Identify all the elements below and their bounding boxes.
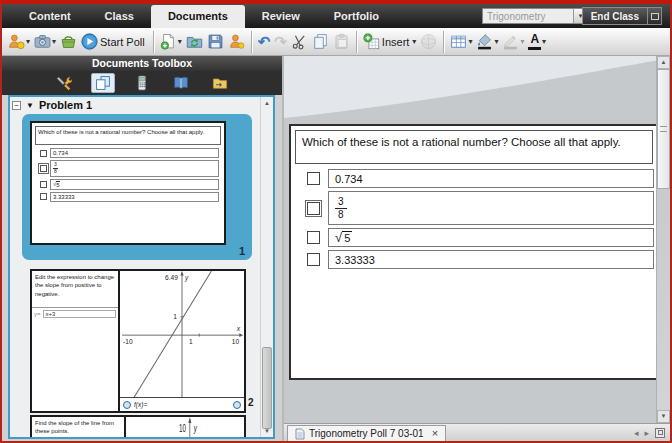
fraction: 3 8	[335, 196, 347, 220]
undo-button[interactable]: ↶	[256, 30, 273, 54]
end-class-button[interactable]: End Class	[582, 7, 648, 25]
mini-checkbox	[40, 165, 47, 172]
tab-class[interactable]: Class	[88, 4, 151, 28]
scroll-up-icon[interactable]: ▲	[657, 56, 670, 69]
line-color-button[interactable]: ▾	[500, 30, 526, 54]
fill-color-button[interactable]: ▾	[474, 30, 500, 54]
save-button[interactable]	[205, 30, 226, 54]
answer-box[interactable]: 3 8	[328, 191, 654, 225]
text-color-button[interactable]: A ▾	[526, 30, 548, 54]
basket-icon	[60, 33, 77, 50]
document-icon	[295, 428, 305, 440]
graph-x-max-label: 10	[232, 338, 239, 345]
page-thumbnail-2[interactable]: Edit the expression to change the slope …	[30, 269, 246, 413]
sorter-scrollbar-thumb[interactable]	[262, 347, 272, 429]
mini-option-row: 0.734	[40, 148, 219, 158]
graph-top-label: 10	[179, 422, 186, 434]
toolbox-tab-handheld[interactable]	[130, 73, 154, 93]
person-icon	[228, 33, 245, 50]
copy-icon	[312, 33, 329, 50]
toolbox-tab-content-explorer[interactable]	[208, 73, 232, 93]
paste-button[interactable]	[331, 30, 352, 54]
chevron-down-icon[interactable]: ▾	[178, 37, 182, 46]
answer-box[interactable]: 3.33333	[328, 250, 654, 269]
answer-box[interactable]: √5	[328, 228, 654, 247]
mini-answer-box: 3.33333	[50, 192, 219, 202]
chevron-down-icon[interactable]: ▾	[52, 37, 56, 46]
main-scrollbar-thumb[interactable]	[657, 69, 670, 189]
checkbox-cell-focused	[305, 200, 322, 217]
sorter-scrollbar[interactable]: ▲ ▼	[260, 97, 273, 437]
toolbox-title: Documents Toolbox	[2, 56, 282, 71]
sync-document-button[interactable]	[184, 30, 205, 54]
page-sorter-panel: − ▼ Problem 1 Which of these is not a ra…	[8, 95, 275, 439]
mini-fraction: 3 8	[53, 162, 58, 175]
checkbox-cell	[305, 229, 322, 246]
toolbox-tab-page-sorter[interactable]	[91, 73, 115, 93]
new-document-button[interactable]: ▾	[158, 30, 184, 54]
table-button[interactable]: ▾	[448, 30, 474, 54]
add-student-button[interactable]: ▾	[6, 30, 32, 54]
text-color-icon: A	[528, 33, 541, 49]
chevron-down-icon[interactable]: ▾	[26, 37, 30, 46]
insert-icon	[363, 33, 380, 50]
answer-checkbox[interactable]	[307, 253, 320, 266]
tab-navigation: ◂ ▸	[634, 424, 665, 441]
end-class-options-button[interactable]	[648, 7, 662, 25]
chevron-down-icon[interactable]: ▾	[520, 37, 524, 46]
scroll-up-icon[interactable]: ▲	[261, 98, 273, 108]
variables-button[interactable]	[418, 30, 439, 54]
chevron-down-icon[interactable]: ▾	[542, 37, 546, 46]
copy-button[interactable]	[310, 30, 331, 54]
graph-y-axis-label: y	[193, 422, 197, 434]
page-number: 2	[248, 397, 254, 408]
chevron-down-icon[interactable]: ▾	[494, 37, 498, 46]
chevron-down-icon[interactable]: ▾	[468, 37, 472, 46]
play-circle-icon	[81, 33, 98, 50]
main-scrollbar[interactable]: ▲ ▼	[656, 56, 670, 423]
toolbox-tab-utilities[interactable]	[169, 73, 193, 93]
cut-button[interactable]	[289, 30, 310, 54]
paint-bucket-icon	[476, 33, 493, 50]
answer-checkbox[interactable]	[307, 202, 320, 215]
new-document-icon	[160, 33, 177, 50]
student-button[interactable]	[226, 30, 247, 54]
expand-arrow-icon[interactable]: ▼	[26, 101, 34, 110]
page-thumbnail-3[interactable]: Find the slope of the line from these po…	[30, 415, 246, 439]
start-poll-button[interactable]: Start Poll	[79, 30, 149, 54]
toolbox-tab-tools[interactable]	[52, 73, 76, 93]
tab-documents[interactable]: Documents	[151, 5, 245, 28]
tab-list-icon[interactable]	[655, 428, 665, 438]
answer-checkbox[interactable]	[307, 231, 320, 244]
tab-scroll-left-icon[interactable]: ◂	[634, 428, 639, 438]
answer-box[interactable]: 0.734	[328, 169, 654, 188]
tab-portfolio[interactable]: Portfolio	[317, 4, 396, 28]
question-document: Which of these is not a rational number?…	[289, 124, 659, 380]
problem-group-header[interactable]: − ▼ Problem 1	[10, 97, 273, 113]
class-selector-dropdown[interactable]: Trigonometry ▾	[482, 8, 588, 24]
insert-button[interactable]: Insert ▾	[361, 30, 419, 54]
tab-content[interactable]: Content	[12, 4, 88, 28]
send-to-class-button[interactable]	[58, 30, 79, 54]
collapse-icon[interactable]: −	[12, 101, 21, 110]
chevron-down-icon[interactable]: ▾	[412, 37, 416, 46]
tab-review[interactable]: Review	[245, 4, 317, 28]
scroll-down-icon[interactable]: ▼	[657, 410, 670, 423]
answer-option-row: 0.734	[305, 169, 657, 188]
answer-checkbox[interactable]	[307, 172, 320, 185]
scroll-down-icon[interactable]: ▼	[261, 426, 273, 436]
page-sorter-icon	[95, 75, 111, 91]
page-2-text-pane: Edit the expression to change the slope …	[32, 271, 120, 411]
problem-label: Problem 1	[39, 99, 92, 111]
screen-capture-button[interactable]: ▾	[32, 30, 58, 54]
mini-sqrt-radicand: 5	[56, 181, 59, 188]
page-thumbnail-1[interactable]: Which of these is not a rational number?…	[22, 114, 252, 260]
toolbar-separator	[356, 31, 357, 53]
redo-button[interactable]: ↷	[272, 30, 289, 54]
documents-toolbox-panel: Documents Toolbox − ▼ Problem 1	[2, 56, 282, 441]
mini-option-row: 3 8	[40, 160, 219, 177]
document-tab[interactable]: Trigonometry Poll 7 03-01 ×	[287, 425, 446, 441]
tab-scroll-right-icon[interactable]: ▸	[644, 428, 649, 438]
close-icon[interactable]: ×	[432, 428, 438, 439]
mini-graph: 6.49 y 1 -10 1 10 x	[120, 271, 244, 397]
